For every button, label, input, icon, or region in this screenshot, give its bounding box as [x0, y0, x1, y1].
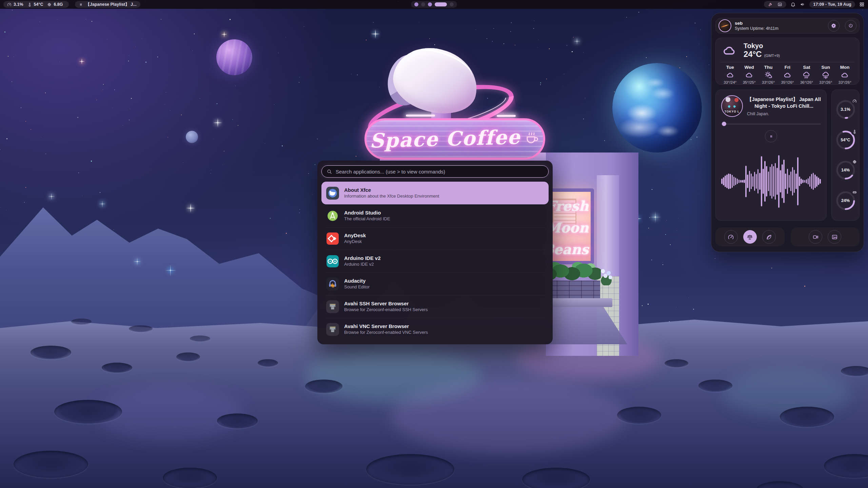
launcher-item-avahi-vnc-server-browser[interactable]: Avahi VNC Server BrowserBrowse for Zeroc… — [321, 318, 549, 341]
app-title: AnyDesk — [344, 232, 366, 239]
android-studio-app-icon — [326, 209, 339, 223]
chip-gauge: 14% — [835, 159, 856, 181]
search-box[interactable] — [321, 165, 549, 178]
launcher-item-avahi-ssh-server-browser[interactable]: Avahi SSH Server BrowserBrowse for Zeroc… — [321, 295, 549, 318]
workspace-switcher[interactable] — [411, 1, 457, 8]
app-title: Android Studio — [344, 209, 390, 216]
workspace-dot[interactable] — [414, 2, 418, 6]
image-button[interactable] — [828, 230, 841, 244]
avahi-app-icon — [326, 323, 339, 336]
uptime-text: System Uptime: 4h11m — [735, 26, 823, 31]
volume-icon[interactable] — [800, 2, 805, 7]
forecast-temps: 33°/26° — [839, 80, 851, 84]
storm-icon — [822, 71, 830, 79]
forecast-temps: 35°/25° — [743, 80, 756, 84]
xfce-app-icon — [326, 186, 339, 200]
power-icon — [848, 23, 853, 28]
gear-icon — [831, 23, 836, 28]
gauge-icon — [851, 98, 858, 105]
search-input[interactable] — [336, 169, 544, 175]
launcher-item-anydesk[interactable]: AnyDeskAnyDesk — [321, 227, 549, 250]
forecast-day-wed: Wed35°/25° — [739, 65, 758, 84]
weather-forecast: Tue33°/24°Wed35°/25°Thu33°/26°Fri35°/26°… — [721, 65, 854, 84]
cloud-icon — [783, 71, 792, 79]
app-subtitle: Browse for Zeroconf-enabled SSH Servers — [344, 307, 428, 313]
clock-text: 17:09 - Tue, 19 Aug — [813, 2, 851, 7]
control-panel: seb System Uptime: 4h11m Tokyo 24°C (GMT… — [711, 13, 864, 252]
album-art-text: TOKYO L — [722, 110, 742, 113]
neon-sign-text: Space Coffee — [369, 125, 521, 152]
memory-value: 6.8G — [54, 2, 63, 7]
cloud-icon — [745, 71, 753, 79]
rain-icon — [802, 71, 811, 79]
workspace-dot[interactable] — [421, 2, 425, 6]
forecast-day-label: Tue — [726, 65, 734, 70]
forecast-day-thu: Thu33°/26° — [759, 65, 778, 84]
quick-settings-right — [791, 227, 860, 246]
pause-icon — [769, 134, 773, 139]
workspace-dot-active[interactable] — [435, 2, 447, 6]
camera-button[interactable] — [809, 230, 822, 244]
launcher-item-android-studio[interactable]: Android StudioThe official Android IDE — [321, 204, 549, 227]
avatar — [718, 19, 731, 32]
app-subtitle: Arduino IDE v2 — [344, 262, 381, 267]
forecast-temps: 36°/26° — [800, 80, 813, 84]
launcher-item-arduino-ide-v2[interactable]: Arduino IDE v2Arduino IDE v2 — [321, 250, 549, 272]
image-tray-icon[interactable] — [777, 2, 782, 7]
forecast-day-label: Mon — [840, 65, 850, 70]
app-subtitle: The official Android IDE — [344, 216, 390, 222]
forecast-day-fri: Fri35°/26° — [778, 65, 797, 84]
launcher-item-audacity[interactable]: AudacitySound Editor — [321, 272, 549, 295]
coffee-cup-icon — [524, 129, 540, 146]
launcher-item-about-xfce[interactable]: About XfceInformation about the Xfce Des… — [321, 182, 549, 204]
app-title: Arduino IDE v2 — [344, 255, 381, 262]
tray-icons-pill[interactable] — [764, 1, 786, 8]
workspace-dot[interactable] — [450, 2, 454, 6]
forecast-temps: 33°/26° — [819, 80, 832, 84]
avahi-app-icon — [326, 300, 339, 313]
wrench-tray-icon[interactable] — [768, 2, 773, 7]
progress-bar[interactable] — [721, 122, 821, 126]
sun-cloud-icon — [764, 71, 773, 79]
now-playing-pill[interactable]: 【Japanese Playlist】 J... — [75, 1, 140, 8]
leaf-button[interactable] — [762, 230, 776, 244]
power-button[interactable] — [845, 20, 856, 32]
cloud-icon — [841, 71, 849, 79]
progress-knob[interactable] — [722, 122, 726, 126]
shop-flowers — [598, 266, 614, 285]
leaf-icon — [766, 234, 772, 240]
arduino-app-icon — [326, 255, 339, 268]
app-subtitle: Sound Editor — [344, 284, 370, 290]
gauge-button[interactable] — [724, 230, 738, 244]
anydesk-app-icon — [326, 232, 339, 245]
pause-icon — [79, 2, 83, 7]
workspace-dot[interactable] — [428, 2, 432, 6]
clock-pill[interactable]: 17:09 - Tue, 19 Aug — [809, 1, 855, 8]
settings-button[interactable] — [828, 20, 840, 32]
forecast-day-sun: Sun33°/26° — [816, 65, 835, 84]
media-player-card: TOKYO L 【Japanese Playlist】 Japan All Ni… — [715, 89, 827, 221]
purple-planet — [216, 39, 252, 75]
now-playing-text: 【Japanese Playlist】 J... — [86, 2, 137, 7]
weather-city: Tokyo — [744, 42, 780, 49]
forecast-day-label: Sat — [803, 65, 810, 70]
user-card: seb System Uptime: 4h11m — [715, 18, 860, 34]
disk-icon — [851, 189, 858, 196]
image-icon — [831, 234, 838, 240]
app-launcher: About XfceInformation about the Xfce Des… — [317, 161, 553, 344]
cpu-gauge-icon — [7, 2, 12, 7]
forecast-day-label: Wed — [745, 65, 754, 70]
play-pause-button[interactable] — [765, 130, 777, 142]
forecast-day-tue: Tue33°/24° — [721, 65, 739, 84]
system-stats-pill[interactable]: 3.1% 54°C 6.8G — [3, 1, 69, 8]
notifications-icon[interactable] — [790, 2, 796, 7]
camera-icon — [812, 234, 819, 240]
app-grid-icon[interactable] — [859, 2, 865, 7]
search-icon — [327, 169, 332, 175]
weather-temp: 24°C — [744, 49, 762, 59]
audacity-app-icon — [326, 277, 339, 291]
neon-tube — [406, 115, 435, 117]
weather-timezone: (GMT+9) — [764, 54, 780, 58]
scales-button[interactable] — [743, 230, 757, 244]
track-title: 【Japanese Playlist】 Japan All Night - To… — [747, 96, 821, 110]
